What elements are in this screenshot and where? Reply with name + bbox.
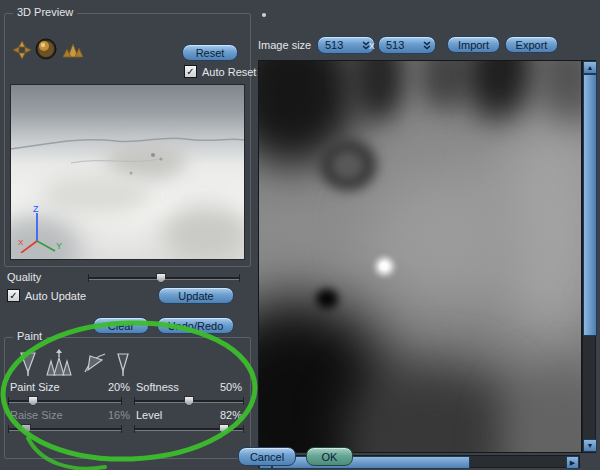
auto-reset-checkbox-row: Auto Reset [184,65,256,78]
svg-text:Z: Z [33,204,39,214]
level-slider[interactable] [134,423,244,435]
level-slider-thumb[interactable] [219,424,229,434]
ok-button[interactable]: OK [306,447,353,466]
chevron-down-icon [423,40,431,50]
quality-slider-thumb[interactable] [156,273,166,283]
compass-tool-icon[interactable] [12,40,32,60]
clear-button[interactable]: Clear [93,317,149,334]
level-brush-tool-icon[interactable] [113,350,133,377]
quality-slider[interactable] [88,272,240,284]
heightmap-canvas[interactable] [258,60,582,453]
preview-group-title: 3D Preview [13,6,77,18]
reset-button[interactable]: Reset [182,44,238,61]
image-width-dropdown[interactable]: 513 [317,36,375,54]
size-x-label: x [369,39,375,51]
auto-update-checkbox[interactable] [7,289,20,302]
level-label: Level [136,409,162,421]
svg-text:Y: Y [56,241,62,251]
heightmap-dark-region [417,60,469,111]
vertical-scrollbar-thumb[interactable] [583,74,597,336]
update-button[interactable]: Update [158,287,234,304]
cancel-button[interactable]: Cancel [238,447,296,466]
raise-size-label: Raise Size [10,409,63,421]
softness-label: Softness [136,381,179,393]
terrain-3d-preview[interactable]: Z Y X [10,84,245,260]
auto-reset-label: Auto Reset [202,66,256,78]
image-height-value: 513 [386,39,404,51]
terrain-editor-dialog: 3D Preview Reset Auto Reset [0,0,600,470]
paint-brush-tool-icon[interactable] [16,350,40,377]
raise-size-slider [8,423,122,435]
paint-size-label: Paint Size [10,381,60,393]
paint-size-value: 20% [108,381,130,393]
softness-slider[interactable] [134,395,244,407]
paint-size-slider-thumb[interactable] [28,396,38,406]
mountain-tool-icon[interactable] [62,41,84,58]
image-height-dropdown[interactable]: 513 [378,36,436,54]
horizontal-scrollbar-thumb[interactable] [272,456,470,469]
svg-text:X: X [18,238,24,247]
scroll-right-arrow-icon[interactable]: ▶ [566,456,579,469]
axis-gizmo-icon: Z Y X [17,203,63,253]
heightmap-dark-region [464,60,536,123]
image-width-value: 513 [325,39,343,51]
heightmap-white-dot-core [380,262,388,270]
auto-reset-checkbox[interactable] [184,65,197,78]
paint-size-slider[interactable] [8,395,122,407]
quality-label: Quality [7,271,41,283]
paint-group-title: Paint [13,330,46,342]
raise-size-value: 16% [108,409,130,421]
vertical-scrollbar[interactable]: ▲ ▼ [582,60,596,453]
raise-size-slider-thumb [21,424,31,434]
import-button[interactable]: Import [447,36,500,53]
heightmap-crater-center [333,152,363,179]
scroll-up-arrow-icon[interactable]: ▲ [583,61,597,74]
trackball-tool-icon[interactable] [34,37,58,61]
status-dot [262,13,266,17]
softness-value: 50% [220,381,242,393]
auto-update-label: Auto Update [25,290,86,302]
export-button[interactable]: Export [505,36,558,53]
level-value: 82% [220,409,242,421]
smooth-brush-tool-icon[interactable] [82,350,108,377]
multi-raise-tool-icon[interactable] [45,349,73,377]
undo-redo-button[interactable]: Undo/Redo [157,317,234,334]
heightmap-mid-region [504,371,582,453]
heightmap-light-region [374,176,519,301]
scroll-down-arrow-icon[interactable]: ▼ [583,439,597,452]
heightmap-dark-region [351,60,406,121]
image-size-label: Image size [258,39,311,51]
softness-slider-thumb[interactable] [184,396,194,406]
auto-update-checkbox-row: Auto Update [7,289,86,302]
